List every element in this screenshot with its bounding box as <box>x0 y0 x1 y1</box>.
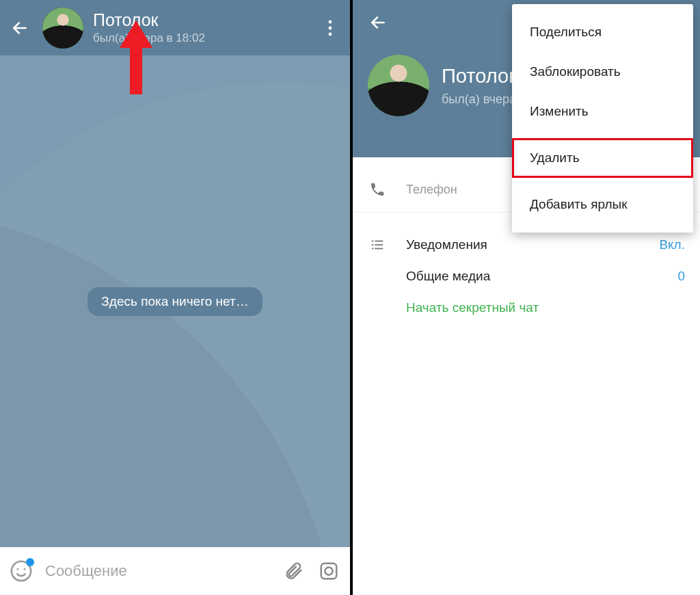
compose-bar: Сообщение <box>0 547 350 595</box>
menu-add-shortcut[interactable]: Добавить ярлык <box>512 185 693 224</box>
contact-name: Потолок <box>442 65 517 88</box>
shared-media-row[interactable]: Общие медиа 0 <box>368 261 685 292</box>
chat-screen: Потолок был(а) вчера в 18:02 Здесь пока … <box>0 0 350 595</box>
svg-point-1 <box>329 20 332 23</box>
shared-media-value: 0 <box>677 269 685 284</box>
list-icon <box>368 237 387 252</box>
arrow-left-icon <box>369 14 387 31</box>
svg-rect-15 <box>375 248 383 250</box>
notifications-label: Уведомления <box>406 237 640 252</box>
empty-chat-message: Здесь пока ничего нет… <box>88 287 262 316</box>
annotation-arrow <box>122 21 150 96</box>
phone-icon <box>368 181 387 198</box>
kebab-icon <box>328 20 332 36</box>
notifications-value: Вкл. <box>659 237 685 252</box>
menu-delete[interactable]: Удалить <box>512 138 693 178</box>
overflow-menu: Поделиться Заблокировать Изменить Удалит… <box>512 4 693 233</box>
chat-header: Потолок был(а) вчера в 18:02 <box>0 0 350 55</box>
more-button[interactable] <box>320 18 340 38</box>
profile-screen: Потолок был(а) вчера Телефон Уведомления… <box>353 0 700 595</box>
svg-point-3 <box>329 32 332 36</box>
back-button[interactable] <box>368 12 388 33</box>
attach-button[interactable] <box>282 559 305 583</box>
svg-rect-10 <box>372 241 374 242</box>
avatar[interactable] <box>42 8 83 49</box>
svg-rect-14 <box>372 248 374 250</box>
camera-button[interactable] <box>317 559 340 583</box>
svg-point-5 <box>17 568 19 570</box>
notification-dot-icon <box>26 558 34 566</box>
emoji-button[interactable] <box>10 559 33 583</box>
secret-chat-label: Начать секретный чат <box>406 300 685 315</box>
svg-point-2 <box>329 26 332 29</box>
secret-chat-row[interactable]: Начать секретный чат <box>368 292 685 323</box>
menu-share[interactable]: Поделиться <box>512 12 693 52</box>
svg-rect-13 <box>375 244 383 246</box>
svg-point-8 <box>325 567 332 574</box>
arrow-left-icon <box>11 19 29 37</box>
camera-icon <box>319 561 339 581</box>
shared-media-label: Общие медиа <box>406 269 658 284</box>
paperclip-icon <box>283 561 304 581</box>
svg-rect-7 <box>321 564 337 579</box>
menu-edit[interactable]: Изменить <box>512 92 693 131</box>
last-seen: был(а) вчера <box>442 92 516 107</box>
svg-rect-12 <box>372 244 374 246</box>
svg-rect-11 <box>375 241 383 242</box>
chat-body: Здесь пока ничего нет… <box>0 55 350 547</box>
notifications-row[interactable]: Уведомления Вкл. <box>368 229 685 261</box>
avatar[interactable] <box>368 55 429 116</box>
menu-block[interactable]: Заблокировать <box>512 52 693 92</box>
svg-point-6 <box>24 568 26 570</box>
message-input[interactable]: Сообщение <box>45 562 269 580</box>
back-button[interactable] <box>10 18 30 38</box>
